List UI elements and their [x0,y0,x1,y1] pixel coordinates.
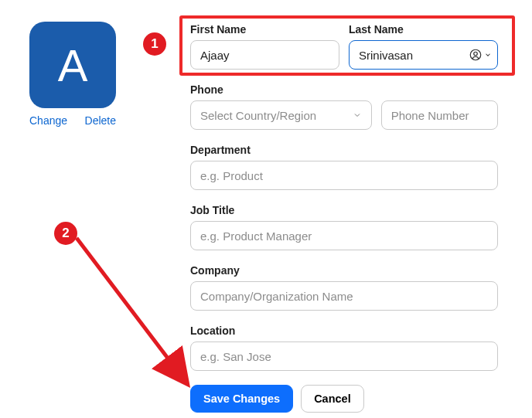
department-label: Department [190,144,498,156]
delete-avatar-link[interactable]: Delete [85,114,116,127]
chevron-down-icon [353,110,362,120]
avatar-section: A Change Delete [28,22,118,127]
job-title-label: Job Title [190,204,498,216]
avatar[interactable]: A [29,22,116,108]
avatar-letter: A [58,39,88,91]
phone-number-input[interactable] [381,100,498,130]
company-input[interactable] [190,281,498,311]
country-select-placeholder: Select Country/Region [200,109,316,122]
location-input[interactable] [190,342,498,371]
profile-form: First Name Last Name Phone Sel [190,23,498,413]
country-select[interactable]: Select Country/Region [190,100,372,130]
cancel-button[interactable]: Cancel [301,385,364,413]
department-input[interactable] [190,161,498,190]
last-name-input[interactable] [349,40,498,70]
job-title-input[interactable] [190,221,498,250]
first-name-label: First Name [190,23,339,36]
company-label: Company [190,264,498,277]
last-name-label: Last Name [349,23,498,36]
first-name-input[interactable] [190,40,339,70]
change-avatar-link[interactable]: Change [29,114,67,127]
phone-label: Phone [190,83,498,96]
save-button[interactable]: Save Changes [190,385,293,413]
location-label: Location [190,325,498,337]
